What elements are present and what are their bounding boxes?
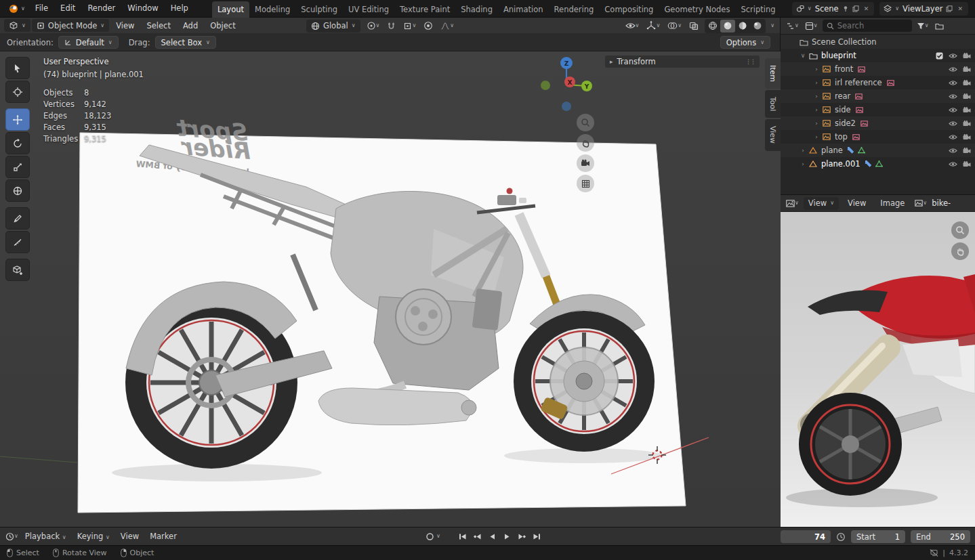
disclosure-arrow[interactable]: › [812, 79, 821, 86]
end-frame-field[interactable]: End 250 [911, 530, 970, 543]
hide-eye-icon[interactable] [949, 121, 957, 127]
workspace-tab-compositing[interactable]: Compositing [599, 1, 659, 18]
camera-visibility-icon[interactable] [963, 66, 971, 72]
menu-render[interactable]: Render [81, 0, 121, 17]
close-icon[interactable]: ✕ [956, 5, 964, 12]
workspace-tab-uv-editing[interactable]: UV Editing [343, 1, 394, 18]
camera-visibility-icon[interactable] [963, 80, 971, 86]
image-editor-menu-image[interactable]: Image [875, 198, 910, 208]
outliner-row-scene-collection[interactable]: Scene Collection [781, 35, 975, 49]
camera-view-icon[interactable] [577, 154, 594, 172]
transform-tool[interactable] [5, 179, 30, 202]
options-button[interactable]: Options ∨ [720, 36, 770, 49]
workspace-tab-texture-paint[interactable]: Texture Paint [394, 1, 455, 18]
blender-menu-button[interactable]: ∨ [4, 3, 29, 14]
play-button[interactable] [500, 530, 514, 543]
workspace-tab-rendering[interactable]: Rendering [549, 1, 600, 18]
outliner-row-blueprint[interactable]: ∨ blueprint [781, 49, 975, 62]
outliner-row-side[interactable]: › side [781, 103, 975, 116]
timeline-menu-view[interactable]: View [115, 532, 144, 541]
play-reverse-button[interactable] [485, 530, 499, 543]
outliner-row-plane-001[interactable]: › plane.001 [781, 157, 975, 171]
viewport-menu-object[interactable]: Object [205, 21, 241, 30]
workspace-tab-geometry-nodes[interactable]: Geometry Nodes [659, 1, 735, 18]
chevron-down-icon[interactable]: ∨ [770, 23, 774, 28]
editor-type-selector[interactable]: ∨ [4, 19, 30, 32]
outliner-row-top[interactable]: › top [781, 130, 975, 144]
timeline-menu-playback[interactable]: Playback ∨ [20, 532, 72, 541]
transform-panel-header[interactable]: ▸ Transform ⋮⋮ [605, 56, 760, 68]
sidebar-tab-view[interactable]: View [765, 119, 781, 150]
outliner-search[interactable] [823, 20, 912, 32]
mode-selector[interactable]: Object Mode ∨ [32, 19, 109, 32]
workspace-tab-sculpting[interactable]: Sculpting [295, 1, 343, 18]
sidebar-tab-tool[interactable]: Tool [765, 90, 781, 118]
viewport-menu-select[interactable]: Select [141, 21, 175, 30]
overlays-button[interactable]: ∨ [666, 20, 683, 33]
disclosure-arrow[interactable]: › [812, 66, 821, 72]
camera-visibility-icon[interactable] [963, 121, 971, 127]
outliner-editor-icon[interactable]: ∨ [785, 20, 800, 33]
workspace-tab-scripting[interactable]: Scripting [735, 1, 781, 18]
image-editor-menu-view[interactable]: View [842, 198, 871, 208]
snap-target-button[interactable]: ∨ [402, 20, 417, 33]
shading-material-button[interactable] [735, 20, 750, 33]
filter-icon[interactable]: ∨ [915, 20, 930, 33]
timeline-editor-icon[interactable]: ∨ [4, 530, 20, 543]
timeline-menu-keying[interactable]: Keying ∨ [72, 532, 115, 541]
camera-visibility-icon[interactable] [963, 161, 971, 167]
shading-wireframe-button[interactable] [705, 20, 720, 33]
auto-keying-toggle[interactable]: ∨ [426, 530, 440, 543]
scale-tool[interactable] [5, 156, 30, 178]
next-keyframe-button[interactable] [515, 530, 528, 543]
display-mode-icon[interactable]: ∨ [804, 20, 819, 33]
scene-selector[interactable]: ∨ Scene ✕ [792, 2, 874, 16]
move-tool[interactable] [5, 108, 30, 131]
image-editor-mode[interactable]: View ∨ [804, 197, 839, 210]
pin-icon[interactable] [842, 5, 849, 12]
viewport-menu-view[interactable]: View [110, 21, 140, 30]
camera-visibility-icon[interactable] [963, 93, 971, 100]
zoom-icon[interactable] [577, 114, 594, 131]
menu-edit[interactable]: Edit [54, 0, 81, 17]
viewport-canvas[interactable]: Sport Rider Image courtesy of BMW [0, 51, 781, 527]
disclosure-arrow[interactable]: › [798, 147, 808, 154]
image-datablock-icon[interactable]: ∨ [913, 197, 928, 210]
pan-hand-icon[interactable] [577, 134, 594, 152]
outliner-row-front[interactable]: › front [781, 62, 975, 76]
zoom-icon[interactable] [951, 221, 969, 239]
orthographic-toggle-icon[interactable] [577, 175, 594, 192]
new-scene-icon[interactable] [852, 5, 859, 12]
drag-dropdown[interactable]: Select Box ∨ [155, 36, 216, 49]
hide-eye-icon[interactable] [949, 53, 957, 59]
measure-tool[interactable] [5, 231, 30, 253]
new-collection-icon[interactable] [934, 20, 945, 33]
start-frame-field[interactable]: Start 1 [851, 530, 905, 543]
close-icon[interactable]: ✕ [863, 5, 871, 12]
select-box-tool[interactable] [5, 57, 30, 79]
outliner-row-side2[interactable]: › side2 [781, 116, 975, 130]
drag-dots-icon[interactable]: ⋮⋮ [745, 58, 755, 65]
pan-hand-icon[interactable] [951, 242, 969, 260]
menu-file[interactable]: File [29, 0, 54, 17]
gizmos-button[interactable]: ∨ [645, 20, 661, 33]
snap-toggle-button[interactable] [386, 20, 397, 33]
hide-eye-icon[interactable] [949, 134, 957, 140]
object-visibility-button[interactable]: ∨ [624, 20, 641, 33]
camera-visibility-icon[interactable] [963, 148, 971, 154]
camera-visibility-icon[interactable] [963, 134, 971, 140]
hide-eye-icon[interactable] [949, 80, 957, 86]
disclosure-arrow[interactable]: › [812, 133, 821, 140]
timeline-menu-marker[interactable]: Marker [144, 532, 182, 541]
camera-visibility-icon[interactable] [963, 107, 971, 113]
viewlayer-selector[interactable]: ∨ ViewLayer ✕ [879, 2, 968, 16]
image-editor-canvas[interactable] [781, 212, 975, 527]
search-input[interactable] [837, 21, 908, 30]
current-frame-field[interactable]: 74 [781, 530, 831, 543]
workspace-tab-animation[interactable]: Animation [498, 1, 549, 18]
jump-to-start-button[interactable] [455, 530, 469, 543]
viewport-menu-add[interactable]: Add [178, 21, 203, 30]
disclosure-arrow[interactable]: › [812, 120, 821, 127]
disclosure-arrow[interactable]: › [812, 93, 821, 100]
proportional-falloff-button[interactable]: ∨ [439, 20, 455, 33]
